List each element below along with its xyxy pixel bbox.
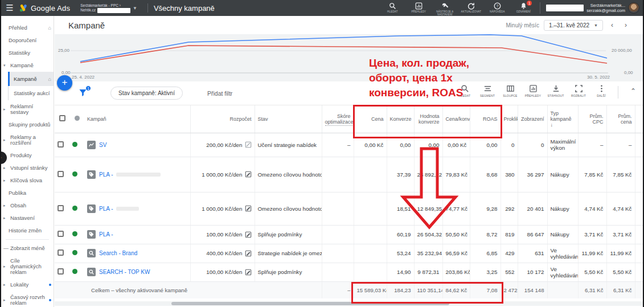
sidebar-item-statistiky[interactable]: Statistiky — [1, 47, 54, 59]
sidebar-item-kampane[interactable]: Kampaně ⌂ — [8, 72, 54, 86]
menu-icon[interactable]: ☰ — [0, 3, 19, 13]
date-range-area: Minulý měsíc 1.–31. kvě 2022 ▼ ‹ › — [506, 20, 630, 31]
prev-period-button[interactable]: ‹ — [608, 21, 617, 29]
header-cena[interactable]: Cena — [354, 105, 387, 133]
header-typ-kampane[interactable]: Typ kampaně ↓ — [547, 105, 578, 133]
sidebar-item-prehled[interactable]: Přehled ⌂ — [1, 22, 54, 34]
row-checkbox[interactable] — [58, 231, 64, 237]
status-enabled-icon — [72, 231, 77, 236]
table-tools: HLEDAT SEGMENT SLOUPCE PŘEHLEDY STÁHNOUT — [453, 84, 613, 97]
sidebar-item-statistiky-aukci[interactable]: Statistiky aukcí — [8, 86, 54, 100]
campaign-link[interactable]: SV — [99, 142, 106, 148]
campaign-status: Omezeno cílovou hodnotou nabíd — [255, 192, 322, 225]
left-axis-min: 0,00 — [61, 70, 71, 75]
performance-chart[interactable]: 25,00 0,00 20 000,00 0,00 25. 4. 2022 30… — [55, 34, 644, 81]
google-ads-logo[interactable]: Google Ads — [19, 4, 70, 13]
header-cena-konv[interactable]: Cena/konv. — [442, 105, 470, 133]
notifications-button[interactable]: OZNÁMENÍ 1 — [510, 1, 536, 13]
sidebar-item-produkty[interactable]: ▸ Produkty — [1, 149, 54, 162]
horizontal-scrollbar[interactable] — [55, 301, 643, 306]
row-checkbox[interactable] — [58, 249, 64, 256]
sidebar-item-vstupni-stranky[interactable]: ▸ Vstupní stránky — [1, 162, 54, 174]
edit-budget-icon[interactable] — [245, 205, 252, 212]
sidebar-item-reklamni-sestavy[interactable]: ▸ Reklamní sestavy — [1, 100, 54, 118]
campaign-link[interactable]: Search - Brand — [99, 250, 137, 256]
edit-budget-icon[interactable] — [245, 231, 252, 238]
budget-locked-icon[interactable] — [245, 141, 252, 148]
header-hodnota-konverze[interactable]: Hodnota konverze — [414, 105, 442, 133]
summary-label: Celkem – všechny aktivované kampaně — [55, 281, 190, 298]
campaign-link[interactable]: PLA - — [99, 171, 113, 178]
blue-dot-indicator — [49, 284, 51, 286]
active-filter-chip[interactable]: Stav kampaně: Aktivní — [110, 87, 183, 100]
status-enabled-icon — [72, 269, 77, 274]
expand-button[interactable]: ROZBALIT — [567, 84, 590, 97]
chevron-down-icon: ▼ — [133, 6, 137, 11]
redacted-name — [116, 207, 139, 211]
filter-button[interactable]: 1 — [79, 88, 87, 99]
header-rozpocet[interactable]: Rozpočet — [190, 105, 255, 133]
chevron-right-icon: ▸ — [3, 297, 8, 303]
add-filter-button[interactable]: Přidat filtr — [207, 90, 232, 97]
sidebar-item-klicova-slova[interactable]: ▸ Klíčová slova — [1, 174, 54, 187]
next-period-button[interactable]: › — [621, 21, 630, 29]
header-kampan[interactable]: Kampaň — [84, 105, 190, 133]
header-prokliky[interactable]: Prokliky — [501, 105, 518, 133]
table-header-row: Kampaň Rozpočet Stav Skóre optimalizace … — [55, 105, 644, 133]
header-prum-cpc[interactable]: Prům. CPC — [578, 105, 606, 133]
header-roas[interactable]: ROAS — [470, 105, 501, 133]
edit-budget-icon[interactable] — [245, 250, 252, 257]
search-button[interactable]: HLEDAT — [379, 1, 405, 13]
user-menu[interactable]: Seržákmarkeťák... serzakk@gmail.com — [540, 2, 644, 14]
logo-text: Google Ads — [31, 4, 70, 13]
sidebar-item-cile-dynamickych-reklam[interactable]: ▸ Cíle dynamických reklam — [1, 255, 54, 279]
segment-button[interactable]: SEGMENT — [476, 84, 499, 97]
sidebar-item-casovy-rozvrh-reklam[interactable]: ▸ Časový rozvrh reklam — [1, 291, 54, 307]
refresh-button[interactable]: AKTUALIZOVAT — [458, 1, 484, 13]
edit-budget-icon[interactable] — [245, 269, 252, 276]
row-checkbox[interactable] — [58, 171, 64, 177]
download-button[interactable]: STÁHNOUT — [544, 84, 567, 97]
help-button[interactable]: ? NÁPOVĚDA — [484, 1, 510, 13]
sidebar-item-publika[interactable]: Publika — [1, 187, 54, 199]
sidebar-item-nastaveni[interactable]: ▸ Nastavení — [1, 212, 54, 224]
campaign-link[interactable]: SEARCH - TOP KW — [99, 269, 150, 275]
date-range-picker[interactable]: 1.–31. kvě 2022 ▼ — [544, 20, 603, 31]
sidebar-item-obsah[interactable]: ▸ Obsah — [1, 199, 54, 212]
edit-budget-icon[interactable] — [245, 171, 252, 178]
right-axis-min: 0,00 — [624, 70, 633, 75]
sidebar-item-lokality[interactable]: ▸ Lokality — [1, 279, 54, 291]
header-zobrazeni[interactable]: Zobrazení — [518, 105, 547, 133]
header-prum-cena[interactable]: Prům. cena — [606, 105, 635, 133]
campaign-link[interactable]: PLA - — [99, 206, 113, 212]
status-enabled-icon — [72, 250, 77, 255]
collapse-table-button[interactable]: ⌃ — [630, 87, 636, 95]
search-icon — [389, 2, 396, 10]
row-checkbox[interactable] — [58, 141, 64, 148]
row-checkbox[interactable] — [58, 205, 64, 211]
chevron-right-icon: ▸ — [3, 203, 8, 208]
scrollbar-thumb[interactable] — [171, 302, 449, 305]
header-konverze[interactable]: Konverze — [387, 105, 414, 133]
header-stav[interactable]: Stav — [255, 105, 322, 133]
sidebar-item-skupiny-produktu[interactable]: Skupiny produktů — [1, 118, 54, 131]
sidebar-item-historie-zmen[interactable]: Historie změn — [1, 224, 54, 237]
select-all-checkbox[interactable] — [59, 115, 65, 121]
columns-icon — [506, 84, 515, 93]
tools-settings-button[interactable]: NÁSTROJE A NASTAVENÍ — [432, 1, 458, 16]
account-selector[interactable]: Seržákmarkeťák - PPC › Nehtik.cz ▼ — [76, 3, 142, 13]
sidebar-item-reklamy-a-rozsireni[interactable]: ▸ Reklamy a rozšíření — [1, 131, 54, 149]
reports-button[interactable]: PŘEHLEDY — [405, 1, 432, 13]
more-button[interactable]: DALŠÍ — [590, 84, 613, 97]
table-reports-button[interactable]: PŘEHLEDY — [522, 84, 544, 97]
columns-button[interactable]: SLOUPCE — [499, 84, 522, 97]
sidebar-section-kampane[interactable]: ▾ Kampaně — [1, 59, 54, 72]
table-search-button[interactable]: HLEDAT — [453, 84, 476, 97]
row-checkbox[interactable] — [58, 268, 64, 275]
sidebar-item-zobrazit-mene[interactable]: — Zobrazit méně — [1, 242, 54, 255]
sidebar-item-doporuceni[interactable]: Doporučení — [1, 34, 54, 47]
new-campaign-button[interactable]: + — [57, 75, 72, 91]
campaign-link[interactable]: PLA - — [99, 231, 113, 238]
header-skore-optimalizace[interactable]: Skóre optimalizace — [322, 105, 354, 133]
avatar[interactable] — [628, 2, 639, 14]
